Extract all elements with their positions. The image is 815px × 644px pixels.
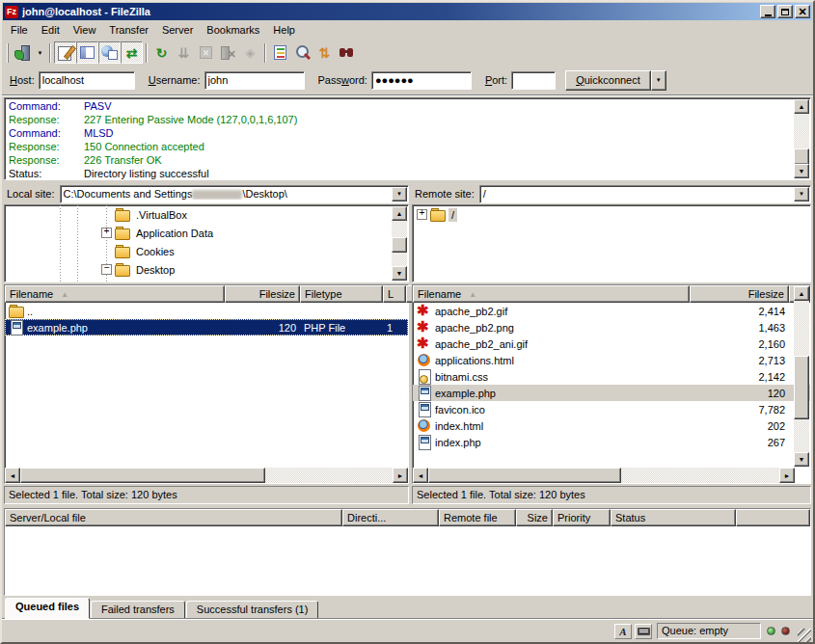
file-row[interactable]: apache_pb2_ani.gif2,160 bbox=[413, 335, 810, 352]
queue-column-header-size[interactable]: Size bbox=[516, 509, 553, 526]
local-tree-scrollbar[interactable]: ▲ ▼ bbox=[392, 206, 407, 281]
filename-filters-button[interactable] bbox=[269, 41, 291, 64]
column-header-filesize[interactable]: Filesize bbox=[690, 285, 789, 303]
scroll-thumb[interactable] bbox=[392, 237, 407, 253]
remote-path-dropdown-button[interactable]: ▼ bbox=[794, 187, 809, 201]
scroll-thumb[interactable] bbox=[428, 468, 621, 483]
menu-item-bookmarks[interactable]: Bookmarks bbox=[200, 22, 266, 38]
file-cell-name: apache_pb2.gif bbox=[413, 303, 690, 319]
dropdown-arrow-icon: ▼ bbox=[38, 50, 43, 56]
folder-file-icon bbox=[9, 304, 24, 318]
file-row[interactable]: example.php120PHP File1 bbox=[5, 319, 408, 335]
file-row[interactable]: applications.html2,713 bbox=[413, 352, 810, 368]
scroll-thumb[interactable] bbox=[794, 148, 809, 165]
collapse-icon[interactable]: − bbox=[101, 264, 112, 275]
menu-item-transfer[interactable]: Transfer bbox=[102, 22, 155, 38]
toggle-message-log-button[interactable] bbox=[54, 41, 76, 64]
remote-directory-tree: +/ bbox=[412, 204, 811, 282]
tree-item[interactable]: +Application Data bbox=[5, 224, 408, 242]
transfer-type-indicator[interactable]: A bbox=[614, 624, 632, 639]
maximize-button[interactable] bbox=[777, 5, 793, 18]
scroll-down-button[interactable]: ▼ bbox=[794, 452, 809, 467]
menu-item-server[interactable]: Server bbox=[155, 22, 200, 38]
site-manager-button[interactable] bbox=[12, 41, 34, 64]
file-row[interactable]: apache_pb2.png1,463 bbox=[413, 319, 810, 335]
scroll-right-button[interactable]: ► bbox=[779, 468, 795, 483]
column-header-label: Filename bbox=[10, 288, 53, 300]
find-files-button[interactable] bbox=[336, 41, 358, 64]
remote-path-combo[interactable]: / ▼ bbox=[479, 185, 811, 203]
queue-column-header-priority[interactable]: Priority bbox=[553, 509, 611, 526]
tree-item[interactable]: −Desktop bbox=[5, 260, 408, 279]
scroll-up-button[interactable]: ▲ bbox=[794, 99, 809, 114]
local-hscrollbar[interactable]: ◄ ► bbox=[5, 468, 408, 483]
synchronized-browsing-button[interactable] bbox=[313, 41, 336, 64]
scroll-thumb[interactable] bbox=[794, 356, 809, 419]
local-path-combo[interactable]: C:\Documents and Settings\Desktop\ ▼ bbox=[60, 185, 409, 203]
menu-item-help[interactable]: Help bbox=[266, 22, 302, 38]
toggle-local-tree-button[interactable] bbox=[76, 41, 98, 64]
remote-hscrollbar[interactable]: ◄ ► bbox=[413, 468, 795, 483]
file-row[interactable]: index.php267 bbox=[413, 434, 810, 450]
remote-vscrollbar[interactable]: ▲ ▼ bbox=[794, 286, 809, 467]
file-row[interactable]: bitnami.css2,142 bbox=[413, 368, 810, 385]
tab-queued-files[interactable]: Queued files bbox=[5, 598, 90, 619]
queue-column-header-status[interactable]: Status bbox=[611, 509, 736, 526]
scroll-down-button[interactable]: ▼ bbox=[794, 164, 809, 178]
toggle-remote-tree-button[interactable] bbox=[98, 41, 121, 64]
scroll-right-button[interactable]: ► bbox=[393, 468, 408, 483]
scroll-up-button[interactable]: ▲ bbox=[794, 286, 809, 301]
column-header-filename[interactable]: Filename▲ bbox=[413, 285, 690, 303]
toggle-local-tree-icon bbox=[79, 44, 95, 61]
column-header-filesize[interactable]: Filesize bbox=[225, 285, 300, 303]
app-icon[interactable]: Fz bbox=[5, 6, 18, 18]
log-line-text: Directory listing successful bbox=[84, 168, 209, 179]
column-header-filename[interactable]: Filename▲ bbox=[5, 285, 225, 303]
column-header-l[interactable]: L bbox=[383, 285, 406, 303]
folder-icon bbox=[115, 226, 130, 240]
menu-item-view[interactable]: View bbox=[67, 22, 103, 38]
menu-item-file[interactable]: File bbox=[4, 22, 35, 38]
toggle-transfer-queue-button[interactable] bbox=[121, 41, 143, 64]
tree-item[interactable]: Cookies bbox=[5, 242, 408, 260]
password-input[interactable] bbox=[371, 71, 472, 90]
minimize-button[interactable] bbox=[760, 5, 775, 18]
tab-failed-transfers[interactable]: Failed transfers bbox=[91, 601, 185, 619]
php-file-icon bbox=[9, 320, 24, 335]
scroll-down-button[interactable]: ▼ bbox=[392, 266, 407, 281]
scroll-up-button[interactable]: ▲ bbox=[392, 206, 407, 221]
log-scrollbar[interactable]: ▲ ▼ bbox=[794, 99, 809, 178]
file-row[interactable]: favicon.ico7,782 bbox=[413, 401, 810, 417]
host-input[interactable] bbox=[39, 71, 135, 90]
expand-icon[interactable]: + bbox=[101, 228, 112, 238]
port-input[interactable] bbox=[511, 71, 556, 90]
username-label: Username: bbox=[149, 74, 201, 86]
tree-item[interactable]: +/ bbox=[413, 205, 810, 224]
file-row[interactable]: .. bbox=[5, 303, 408, 319]
scroll-left-button[interactable]: ◄ bbox=[413, 468, 428, 483]
refresh-button[interactable] bbox=[150, 41, 173, 64]
expand-icon[interactable]: + bbox=[417, 209, 427, 220]
column-header-filetype[interactable]: Filetype bbox=[300, 285, 383, 303]
file-row[interactable]: index.html202 bbox=[413, 417, 810, 434]
compare-directories-button[interactable] bbox=[291, 41, 313, 64]
username-input[interactable] bbox=[204, 71, 305, 90]
column-header-label: Server/Local file bbox=[10, 512, 86, 523]
close-button[interactable]: ✕ bbox=[795, 5, 810, 18]
resize-grip[interactable] bbox=[798, 629, 811, 642]
scroll-thumb[interactable] bbox=[20, 468, 265, 483]
queue-column-header-remote-file[interactable]: Remote file bbox=[439, 509, 516, 526]
quickconnect-button[interactable]: Quickconnect bbox=[565, 70, 651, 91]
queue-column-header-directi[interactable]: Directi... bbox=[342, 509, 439, 526]
file-row[interactable]: example.php120 bbox=[413, 385, 810, 401]
scroll-left-button[interactable]: ◄ bbox=[5, 468, 20, 483]
speed-limit-indicator[interactable] bbox=[635, 624, 652, 639]
queue-column-header-server-local-file[interactable]: Server/Local file bbox=[5, 509, 342, 526]
quickconnect-dropdown-button[interactable]: ▼ bbox=[651, 70, 666, 91]
local-path-dropdown-button[interactable]: ▼ bbox=[392, 187, 407, 201]
file-row[interactable]: apache_pb2.gif2,414 bbox=[413, 303, 810, 319]
tree-item[interactable]: .VirtualBox bbox=[5, 205, 408, 224]
tab-successful-transfers-1[interactable]: Successful transfers (1) bbox=[186, 601, 319, 619]
site-manager-dropdown-button[interactable]: ▼ bbox=[34, 41, 46, 64]
menu-item-edit[interactable]: Edit bbox=[35, 22, 67, 38]
